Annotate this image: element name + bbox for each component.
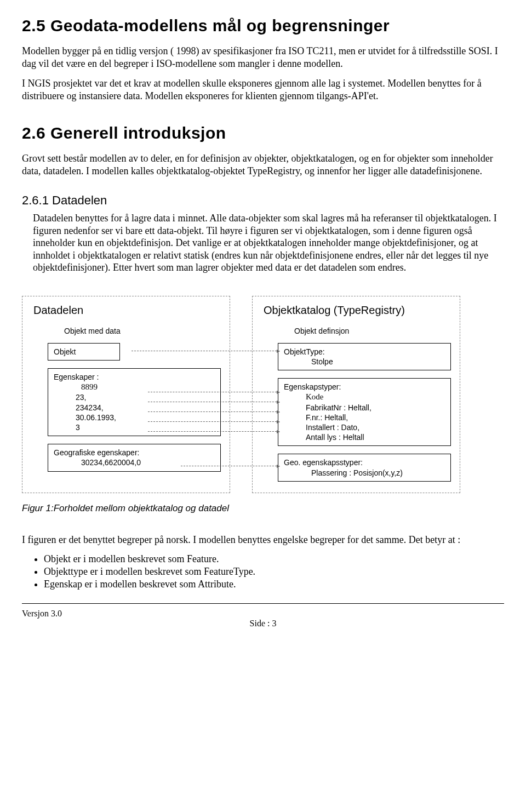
box-geografiske-value: 30234,6620004,0: [81, 458, 215, 467]
connector-arrow: [148, 402, 279, 402]
group-header-right: Objekt definsjon: [294, 327, 451, 335]
egensktype-val-3: Installert : Dato,: [306, 422, 445, 432]
connector-arrow: [132, 351, 279, 351]
figure-1-caption: Figur 1:Forholdet mellom objektkatalog o…: [22, 503, 504, 514]
box-objekttype-label: ObjektType:: [284, 347, 445, 357]
footer-page-number: Side : 3: [22, 619, 504, 628]
egensktype-val-0: Kode: [306, 392, 445, 403]
panel-title-right: Objektkatalog (TypeRegistry): [264, 304, 451, 317]
egensktype-val-1: FabrikatNr : Heltall,: [306, 403, 445, 413]
box-egenskapstyper-label: Egenskapstyper:: [284, 382, 445, 392]
footer-version: Versjon 3.0: [22, 609, 504, 619]
box-objekttype-value: Stolpe: [311, 357, 445, 367]
closing-bullets: Objekt er i modellen beskrevet som Featu…: [33, 553, 504, 590]
bullet-item: Objekt er i modellen beskrevet som Featu…: [44, 553, 504, 565]
box-geotyper-label: Geo. egenskapsstyper:: [284, 458, 445, 467]
panel-datadelen: Datadelen Objekt med data Objekt Egenska…: [22, 296, 230, 493]
egensktype-val-4: Antall lys : Heltall: [306, 432, 445, 442]
group-header-left: Objekt med data: [64, 327, 221, 335]
connector-arrow: [148, 392, 279, 392]
egensktype-val-2: F.nr.: Heltall,: [306, 413, 445, 422]
panel-objektkatalog: Objektkatalog (TypeRegistry) Objekt defi…: [252, 296, 460, 493]
box-egenskapstyper: Egenskapstyper: Kode FabrikatNr : Heltal…: [278, 378, 451, 446]
heading-2-6-1: 2.6.1 Datadelen: [22, 193, 504, 208]
egenskap-val-0: 8899: [81, 382, 215, 393]
heading-2-6: 2.6 Generell introduksjon: [22, 124, 504, 142]
box-geotyper-value: Plassering : Posisjon(x,y,z): [311, 468, 445, 478]
para-2-5-1: Modellen bygger på en tidlig versjon ( 1…: [22, 45, 504, 70]
para-2-6-intro: Grovt sett består modellen av to deler, …: [22, 152, 504, 177]
bullet-item: Objekttype er i modellen beskrevet som F…: [44, 566, 504, 577]
box-geografiske: Geografiske egenskaper: 30234,6620004,0: [48, 444, 221, 471]
closing-para: I figuren er det benyttet begreper på no…: [22, 534, 504, 546]
connector-arrow: [148, 421, 279, 422]
panel-title-left: Datadelen: [33, 304, 221, 317]
para-2-6-1-body: Datadelen benyttes for å lagre data i mi…: [33, 212, 504, 274]
heading-2-5: 2.5 Geodata-modellens mål og begrensning…: [22, 16, 504, 35]
connector-arrow: [148, 411, 279, 412]
box-objekt-label: Objekt: [54, 347, 76, 356]
diagram-figure-1: Datadelen Objekt med data Objekt Egenska…: [22, 296, 504, 493]
connector-arrow: [148, 431, 279, 432]
para-2-5-2: I NGIS prosjektet var det et krav at mod…: [22, 77, 504, 102]
footer-separator: [22, 603, 504, 604]
bullet-item: Egenskap er i modellen beskrevet som Att…: [44, 579, 504, 590]
box-objekt: Objekt: [48, 343, 120, 361]
connector-arrow: [181, 466, 279, 466]
box-egenskaper-label: Egenskaper :: [54, 372, 215, 382]
box-objekttype: ObjektType: Stolpe: [278, 343, 451, 370]
box-egenskaper: Egenskaper : 8899 23, 234234, 30.06.1993…: [48, 368, 221, 436]
box-geotyper: Geo. egenskapsstyper: Plassering : Posis…: [278, 454, 451, 481]
box-geografiske-label: Geografiske egenskaper:: [54, 448, 215, 458]
